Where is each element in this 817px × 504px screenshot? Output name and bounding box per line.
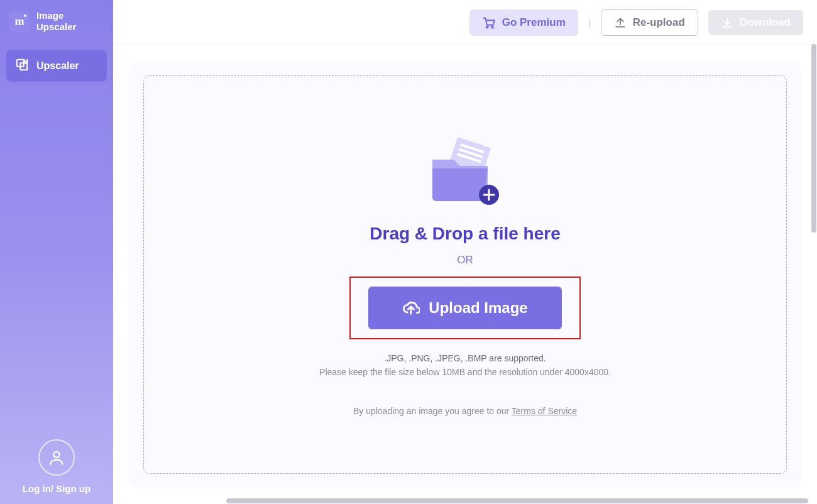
tos-text: By uploading an image you agree to our T…: [353, 406, 577, 416]
drop-panel: Drag & Drop a file here OR Upload Image …: [128, 60, 802, 489]
vertical-scrollbar[interactable]: [810, 0, 816, 504]
svg-point-3: [491, 26, 493, 28]
sidebar: m Image Upscaler Upscaler Log in/ Sign u…: [0, 0, 113, 504]
avatar[interactable]: [38, 439, 75, 476]
download-icon: [721, 16, 733, 29]
app-title: Image Upscaler: [36, 10, 76, 33]
download-label: Download: [740, 16, 791, 29]
tos-link[interactable]: Terms of Service: [512, 406, 577, 416]
upload-image-label: Upload Image: [429, 299, 527, 317]
folder-illustration: [421, 133, 509, 209]
upload-image-button[interactable]: Upload Image: [368, 287, 561, 329]
horizontal-scrollbar[interactable]: [226, 498, 808, 504]
login-link[interactable]: Log in/ Sign up: [6, 483, 107, 494]
topbar-separator: |: [588, 17, 591, 28]
go-premium-label: Go Premium: [502, 16, 566, 29]
size-limit-text: Please keep the file size below 10MB and…: [319, 367, 611, 377]
logo-icon: m: [9, 11, 30, 32]
reupload-button[interactable]: Re-upload: [601, 9, 698, 36]
cart-icon: [482, 16, 496, 30]
topbar: Go Premium | Re-upload Download: [113, 0, 817, 45]
sidebar-item-upscaler[interactable]: Upscaler: [6, 50, 107, 82]
upload-icon: [614, 16, 627, 29]
download-button: Download: [708, 10, 803, 35]
drop-title: Drag & Drop a file here: [370, 224, 560, 244]
app-logo[interactable]: m Image Upscaler: [6, 10, 107, 33]
cloud-upload-icon: [402, 299, 420, 317]
go-premium-button[interactable]: Go Premium: [469, 9, 578, 36]
svg-point-1: [53, 452, 59, 457]
drop-zone[interactable]: Drag & Drop a file here OR Upload Image …: [143, 75, 787, 474]
svg-point-2: [486, 26, 488, 28]
reupload-label: Re-upload: [633, 16, 685, 29]
drop-or: OR: [457, 254, 473, 266]
content-area: Drag & Drop a file here OR Upload Image …: [113, 45, 817, 504]
supported-formats-text: .JPG, .PNG, .JPEG, .BMP are supported.: [384, 353, 546, 363]
user-icon: [48, 449, 65, 466]
main: Go Premium | Re-upload Download: [113, 0, 817, 504]
upload-highlight-box: Upload Image: [349, 277, 580, 339]
sidebar-item-label: Upscaler: [36, 60, 79, 72]
upscale-icon: [15, 58, 29, 74]
